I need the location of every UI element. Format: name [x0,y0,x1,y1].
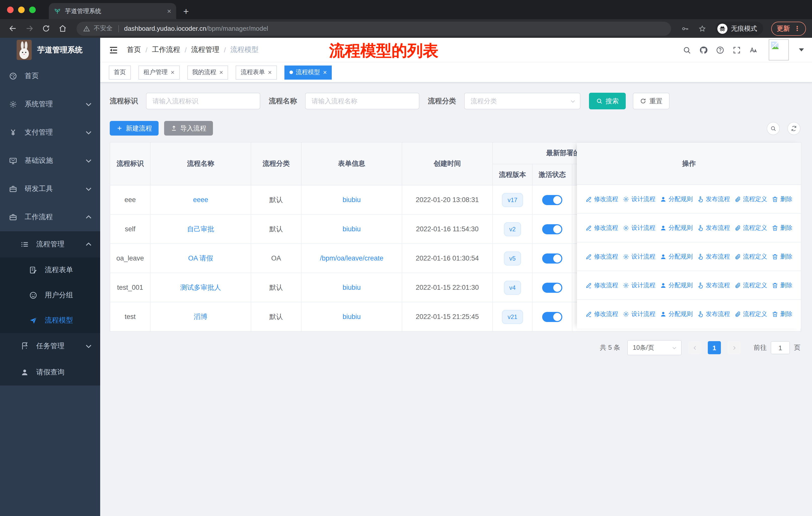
action-assign-link[interactable]: 分配规则 [660,195,693,203]
sidebar-item-process-model[interactable]: 流程模型 [0,308,100,333]
close-icon[interactable]: × [268,69,271,76]
category-select-input[interactable] [464,93,580,109]
sidebar-item-task-mgmt[interactable]: 任务管理 [0,333,100,359]
sidebar-item-payment[interactable]: 支付管理 [0,118,100,147]
breadcrumb-item[interactable]: 流程模型 [230,45,259,54]
search-icon[interactable] [683,46,691,54]
help-icon[interactable] [716,46,724,54]
sidebar-item-infra[interactable]: 基础设施 [0,147,100,175]
maximize-window-button[interactable] [29,6,36,13]
action-modify-link[interactable]: 修改流程 [585,223,618,232]
user-avatar[interactable] [769,39,789,60]
action-publish-link[interactable]: 发布流程 [697,252,730,261]
action-definition-link[interactable]: 流程定义 [734,310,767,319]
browser-tab[interactable]: 芋道管理系统 × [49,3,176,19]
action-delete-link[interactable]: 删除 [772,252,792,261]
action-design-link[interactable]: 设计流程 [623,223,656,232]
action-publish-link[interactable]: 发布流程 [697,195,730,203]
action-definition-link[interactable]: 流程定义 [734,195,767,203]
action-publish-link[interactable]: 发布流程 [697,223,730,232]
active-toggle[interactable] [542,312,562,322]
import-process-button[interactable]: 导入流程 [164,121,213,136]
tab-tenant[interactable]: 租户管理× [139,65,179,79]
action-delete-link[interactable]: 删除 [772,195,792,203]
refresh-table-button[interactable] [787,122,801,135]
reset-button[interactable]: 重置 [633,93,670,109]
action-definition-link[interactable]: 流程定义 [734,252,767,261]
process-id-input[interactable] [146,93,260,109]
tab-process-model[interactable]: 流程模型× [284,65,332,79]
search-button[interactable]: 搜索 [589,93,626,109]
form-info-link[interactable]: biubiu [343,225,361,233]
address-bar[interactable]: 不安全 dashboard.yudao.iocoder.cn/bpm/manag… [77,21,671,35]
action-delete-link[interactable]: 删除 [772,310,792,319]
next-page-button[interactable] [727,341,741,354]
tab-my-process[interactable]: 我的流程× [187,65,228,79]
action-design-link[interactable]: 设计流程 [623,195,656,203]
sidebar-item-home[interactable]: 首页 [0,62,100,90]
action-modify-link[interactable]: 修改流程 [585,310,618,319]
action-assign-link[interactable]: 分配规则 [660,281,693,290]
forward-icon[interactable] [25,24,34,33]
new-tab-button[interactable]: + [183,6,189,16]
active-toggle[interactable] [542,195,562,205]
action-delete-link[interactable]: 删除 [772,281,792,290]
sidebar-item-leave-query[interactable]: 请假查询 [0,359,100,385]
sidebar-item-user-group[interactable]: 用户分组 [0,283,100,308]
bookmark-star-icon[interactable] [698,24,706,32]
action-assign-link[interactable]: 分配规则 [660,252,693,261]
goto-page-input[interactable] [771,341,790,354]
create-process-button[interactable]: 新建流程 [110,121,158,136]
avatar-dropdown-icon[interactable] [799,48,804,51]
window-controls[interactable] [0,0,43,19]
active-toggle[interactable] [542,253,562,263]
tab-home[interactable]: 首页 [109,65,131,79]
form-info-link[interactable]: /bpm/oa/leave/create [320,254,383,262]
form-info-link[interactable]: biubiu [343,196,361,203]
close-icon[interactable]: × [171,69,174,76]
action-modify-link[interactable]: 修改流程 [585,195,618,203]
breadcrumb-item[interactable]: 流程管理 [191,45,220,54]
category-select[interactable] [464,93,580,109]
action-delete-link[interactable]: 删除 [772,223,792,232]
process-name-link[interactable]: OA 请假 [188,254,213,263]
reload-icon[interactable] [42,24,50,33]
process-name-input[interactable] [305,93,419,109]
toggle-search-button[interactable] [767,122,780,135]
close-window-button[interactable] [7,6,13,13]
sidebar-item-process-form[interactable]: 流程表单 [0,257,100,283]
back-icon[interactable] [8,24,17,33]
action-definition-link[interactable]: 流程定义 [734,223,767,232]
active-toggle[interactable] [542,224,562,234]
action-publish-link[interactable]: 发布流程 [697,310,730,319]
action-design-link[interactable]: 设计流程 [623,252,656,261]
security-label[interactable]: 不安全 [94,24,113,33]
sidebar-item-workflow[interactable]: 工作流程 [0,203,100,231]
action-assign-link[interactable]: 分配规则 [660,310,693,319]
browser-menu-icon[interactable]: ⋮ [794,25,801,32]
update-button[interactable]: 更新 ⋮ [771,21,806,35]
page-size-select[interactable]: 10条/页 [627,340,682,355]
process-name-link[interactable]: 滔博 [194,312,207,321]
tab-process-form[interactable]: 流程表单× [236,65,277,79]
process-name-link[interactable]: eeee [193,196,208,203]
font-size-icon[interactable] [749,46,758,54]
close-icon[interactable]: × [219,69,223,76]
process-name-link[interactable]: 自己审批 [187,224,214,234]
action-design-link[interactable]: 设计流程 [623,310,656,319]
sidebar-fold-icon[interactable] [109,45,118,55]
close-icon[interactable]: × [323,69,327,76]
action-modify-link[interactable]: 修改流程 [585,252,618,261]
prev-page-button[interactable] [688,341,701,354]
page-number-active[interactable]: 1 [708,341,721,354]
breadcrumb-item[interactable]: 首页 [127,45,141,54]
sidebar-item-devtools[interactable]: 研发工具 [0,175,100,203]
app-logo[interactable]: 芋道管理系统 [0,38,100,62]
action-publish-link[interactable]: 发布流程 [697,281,730,290]
process-name-link[interactable]: 测试多审批人 [180,283,221,292]
action-definition-link[interactable]: 流程定义 [734,281,767,290]
active-toggle[interactable] [542,282,562,293]
fullscreen-icon[interactable] [732,46,741,54]
action-assign-link[interactable]: 分配规则 [660,223,693,232]
github-icon[interactable] [699,46,708,54]
